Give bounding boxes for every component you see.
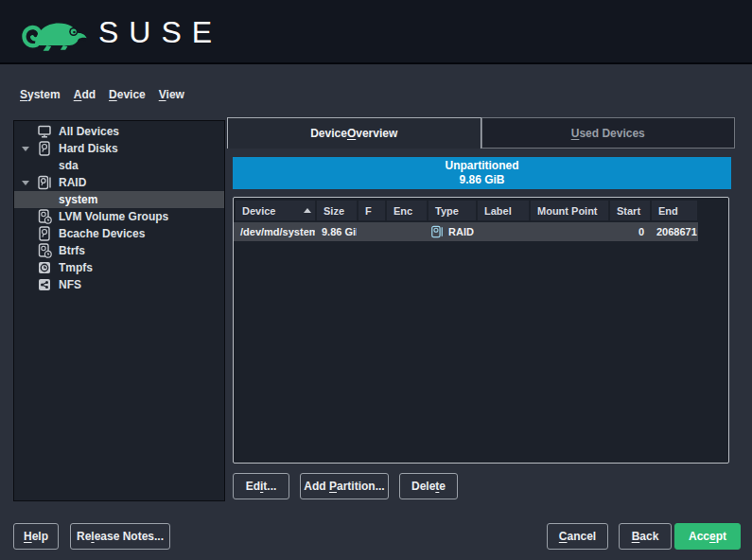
monitor-icon xyxy=(37,124,52,139)
menu-device[interactable]: Device xyxy=(102,85,152,104)
cell-device: /dev/md/system xyxy=(236,226,315,237)
sidebar-item-btrfs[interactable]: Btrfs xyxy=(14,242,224,259)
sidebar-item-hard-disks[interactable]: Hard Disks xyxy=(14,140,224,157)
menubar: System Add Device View xyxy=(13,85,191,104)
nfs-share-icon xyxy=(37,277,52,292)
raid-type-icon xyxy=(430,224,444,239)
column-header-end[interactable]: End xyxy=(652,201,697,220)
sidebar-item-system[interactable]: system xyxy=(14,191,224,208)
sort-ascending-icon xyxy=(304,208,311,213)
raid-icon xyxy=(37,175,52,190)
btrfs-disk-clock-icon xyxy=(37,243,52,258)
back-button[interactable]: Back xyxy=(619,523,672,550)
sidebar-item-raid[interactable]: RAID xyxy=(14,174,224,191)
add-partition-button[interactable]: Add Partition... xyxy=(300,473,389,499)
column-header-device[interactable]: Device xyxy=(236,201,315,220)
table-header-row: Device Size F Enc Type Label Mount Point… xyxy=(234,198,728,220)
cell-start: 0 xyxy=(610,226,650,237)
accept-button[interactable]: Accept xyxy=(674,523,741,550)
column-header-enc[interactable]: Enc xyxy=(387,201,427,220)
hard-disk-icon xyxy=(37,141,52,156)
menu-system[interactable]: System xyxy=(13,85,67,104)
suse-chameleon-logo-icon xyxy=(17,9,96,55)
sidebar-item-tmpfs[interactable]: Tmpfs xyxy=(14,259,224,276)
help-button[interactable]: Help xyxy=(13,523,59,550)
table-row-dev-md-system[interactable]: /dev/md/system 9.86 GiB RAID 0 20686719 xyxy=(234,222,698,241)
sidebar-item-bcache-devices[interactable]: Bcache Devices xyxy=(14,225,224,242)
unpartitioned-summary-bar: Unpartitioned 9.86 GiB xyxy=(233,157,731,189)
partitions-table: Device Size F Enc Type Label Mount Point… xyxy=(233,197,729,464)
menu-view[interactable]: View xyxy=(152,85,191,104)
cancel-button[interactable]: Cancel xyxy=(547,523,608,550)
tab-device-overview[interactable]: Device Overview xyxy=(227,117,481,149)
cell-type: RAID xyxy=(428,224,476,239)
app-header: SUSE xyxy=(0,0,752,64)
brand-wordmark: SUSE xyxy=(98,13,222,51)
sidebar-item-nfs[interactable]: NFS xyxy=(14,276,224,293)
menu-add[interactable]: Add xyxy=(67,85,102,104)
column-header-f[interactable]: F xyxy=(359,201,385,220)
summary-title: Unpartitioned xyxy=(446,159,519,173)
sidebar-item-sda[interactable]: sda xyxy=(14,157,224,174)
column-header-type[interactable]: Type xyxy=(428,201,476,220)
cell-size: 9.86 GiB xyxy=(317,226,357,237)
lvm-disk-clock-icon xyxy=(37,209,52,224)
hard-disk-icon xyxy=(37,226,52,241)
column-header-label[interactable]: Label xyxy=(478,201,529,220)
column-header-mount-point[interactable]: Mount Point xyxy=(531,201,608,220)
expander-open-icon[interactable] xyxy=(19,181,32,185)
tab-used-devices[interactable]: Used Devices xyxy=(481,117,736,149)
column-header-size[interactable]: Size xyxy=(317,201,357,220)
sidebar-item-all-devices[interactable]: All Devices xyxy=(14,123,224,140)
summary-size: 9.86 GiB xyxy=(459,173,504,187)
column-header-start[interactable]: Start xyxy=(610,201,650,220)
delete-button[interactable]: Delete xyxy=(399,473,458,499)
device-tree-panel: All Devices Hard Disks sda RAID system L… xyxy=(13,120,225,501)
tmpfs-clock-icon xyxy=(37,260,52,275)
edit-button[interactable]: Edit... xyxy=(233,473,289,499)
cell-end: 20686719 xyxy=(652,226,697,237)
expander-open-icon[interactable] xyxy=(19,147,32,151)
tab-bar: Device Overview Used Devices xyxy=(227,117,735,149)
release-notes-button[interactable]: Release Notes... xyxy=(70,523,170,550)
sidebar-item-lvm-volume-groups[interactable]: LVM Volume Groups xyxy=(14,208,224,225)
